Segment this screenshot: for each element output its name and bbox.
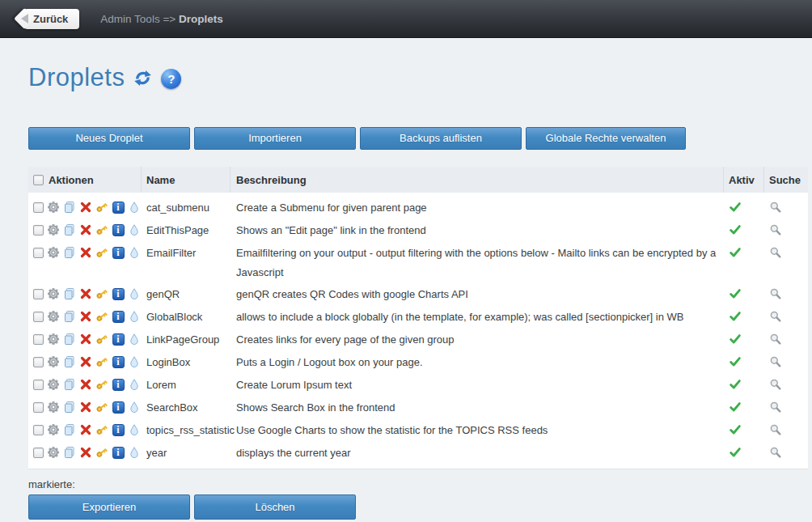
copy-icon[interactable] bbox=[63, 378, 76, 391]
droplet-icon[interactable] bbox=[128, 333, 141, 346]
permissions-key-icon[interactable] bbox=[95, 333, 108, 346]
delete-icon[interactable] bbox=[79, 401, 92, 414]
droplet-icon[interactable] bbox=[128, 287, 141, 300]
search-icon[interactable] bbox=[769, 355, 782, 368]
active-check-icon[interactable] bbox=[729, 333, 742, 346]
delete-marked-button[interactable]: Löschen bbox=[194, 494, 356, 520]
row-checkbox[interactable] bbox=[33, 202, 44, 213]
search-icon[interactable] bbox=[769, 333, 782, 346]
modify-gear-icon[interactable] bbox=[47, 378, 60, 391]
permissions-key-icon[interactable] bbox=[95, 310, 108, 323]
search-icon[interactable] bbox=[769, 246, 782, 259]
info-icon[interactable]: i bbox=[112, 423, 125, 436]
info-icon[interactable]: i bbox=[112, 401, 125, 414]
copy-icon[interactable] bbox=[63, 446, 76, 459]
delete-icon[interactable] bbox=[79, 333, 92, 346]
active-check-icon[interactable] bbox=[729, 355, 742, 368]
search-icon[interactable] bbox=[769, 287, 782, 300]
droplet-icon[interactable] bbox=[128, 423, 141, 436]
back-button[interactable]: Zurück bbox=[24, 9, 79, 29]
export-button[interactable]: Exportieren bbox=[28, 494, 190, 520]
info-icon[interactable]: i bbox=[112, 446, 125, 459]
help-icon[interactable]: ? bbox=[161, 69, 181, 89]
info-icon[interactable]: i bbox=[112, 355, 125, 368]
permissions-key-icon[interactable] bbox=[95, 378, 108, 391]
permissions-key-icon[interactable] bbox=[95, 223, 108, 236]
row-checkbox[interactable] bbox=[33, 357, 44, 367]
modify-gear-icon[interactable] bbox=[47, 355, 60, 368]
permissions-key-icon[interactable] bbox=[95, 446, 108, 459]
delete-icon[interactable] bbox=[79, 446, 92, 459]
droplet-icon[interactable] bbox=[128, 246, 141, 259]
active-check-icon[interactable] bbox=[729, 423, 742, 436]
permissions-key-icon[interactable] bbox=[95, 423, 108, 436]
droplet-icon[interactable] bbox=[128, 446, 141, 459]
modify-gear-icon[interactable] bbox=[47, 201, 60, 214]
copy-icon[interactable] bbox=[63, 355, 76, 368]
modify-gear-icon[interactable] bbox=[47, 287, 60, 300]
import-button[interactable]: Importieren bbox=[194, 127, 356, 150]
copy-icon[interactable] bbox=[63, 310, 76, 323]
delete-icon[interactable] bbox=[79, 378, 92, 391]
droplet-icon[interactable] bbox=[128, 378, 141, 391]
modify-gear-icon[interactable] bbox=[47, 223, 60, 236]
row-checkbox[interactable] bbox=[33, 289, 44, 299]
info-icon[interactable]: i bbox=[112, 287, 125, 300]
row-checkbox[interactable] bbox=[33, 225, 44, 236]
info-icon[interactable]: i bbox=[112, 246, 125, 259]
new-droplet-button[interactable]: Neues Droplet bbox=[28, 127, 190, 150]
delete-icon[interactable] bbox=[79, 201, 92, 214]
permissions-key-icon[interactable] bbox=[95, 401, 108, 414]
modify-gear-icon[interactable] bbox=[47, 446, 60, 459]
copy-icon[interactable] bbox=[63, 423, 76, 436]
droplet-icon[interactable] bbox=[128, 223, 141, 236]
droplet-icon[interactable] bbox=[128, 201, 141, 214]
copy-icon[interactable] bbox=[63, 201, 76, 214]
active-check-icon[interactable] bbox=[729, 201, 742, 214]
active-check-icon[interactable] bbox=[729, 246, 742, 259]
list-backups-button[interactable]: Backups auflisten bbox=[360, 127, 522, 150]
row-checkbox[interactable] bbox=[33, 380, 44, 390]
search-icon[interactable] bbox=[769, 310, 782, 323]
row-checkbox[interactable] bbox=[33, 402, 44, 413]
copy-icon[interactable] bbox=[63, 223, 76, 236]
delete-icon[interactable] bbox=[79, 355, 92, 368]
row-checkbox[interactable] bbox=[33, 448, 44, 458]
row-checkbox[interactable] bbox=[33, 248, 44, 258]
active-check-icon[interactable] bbox=[729, 310, 742, 323]
info-icon[interactable]: i bbox=[112, 310, 125, 323]
active-check-icon[interactable] bbox=[729, 378, 742, 391]
search-icon[interactable] bbox=[769, 223, 782, 236]
info-icon[interactable]: i bbox=[112, 333, 125, 346]
active-check-icon[interactable] bbox=[729, 287, 742, 300]
delete-icon[interactable] bbox=[79, 287, 92, 300]
search-icon[interactable] bbox=[769, 401, 782, 414]
modify-gear-icon[interactable] bbox=[47, 333, 60, 346]
permissions-key-icon[interactable] bbox=[95, 355, 108, 368]
delete-icon[interactable] bbox=[79, 223, 92, 236]
search-icon[interactable] bbox=[769, 378, 782, 391]
active-check-icon[interactable] bbox=[729, 401, 742, 414]
select-all-checkbox[interactable] bbox=[33, 175, 44, 185]
row-checkbox[interactable] bbox=[33, 334, 44, 345]
search-icon[interactable] bbox=[769, 446, 782, 459]
global-permissions-button[interactable]: Globale Rechte verwalten bbox=[526, 127, 686, 150]
active-check-icon[interactable] bbox=[729, 446, 742, 459]
copy-icon[interactable] bbox=[63, 246, 76, 259]
info-icon[interactable]: i bbox=[112, 201, 125, 214]
search-icon[interactable] bbox=[769, 201, 782, 214]
permissions-key-icon[interactable] bbox=[95, 201, 108, 214]
droplet-icon[interactable] bbox=[128, 310, 141, 323]
refresh-icon[interactable] bbox=[132, 68, 154, 91]
modify-gear-icon[interactable] bbox=[47, 246, 60, 259]
delete-icon[interactable] bbox=[79, 310, 92, 323]
row-checkbox[interactable] bbox=[33, 312, 44, 322]
modify-gear-icon[interactable] bbox=[47, 401, 60, 414]
delete-icon[interactable] bbox=[79, 246, 92, 259]
modify-gear-icon[interactable] bbox=[47, 423, 60, 436]
info-icon[interactable]: i bbox=[112, 223, 125, 236]
row-checkbox[interactable] bbox=[33, 425, 44, 435]
delete-icon[interactable] bbox=[79, 423, 92, 436]
permissions-key-icon[interactable] bbox=[95, 246, 108, 259]
droplet-icon[interactable] bbox=[128, 401, 141, 414]
